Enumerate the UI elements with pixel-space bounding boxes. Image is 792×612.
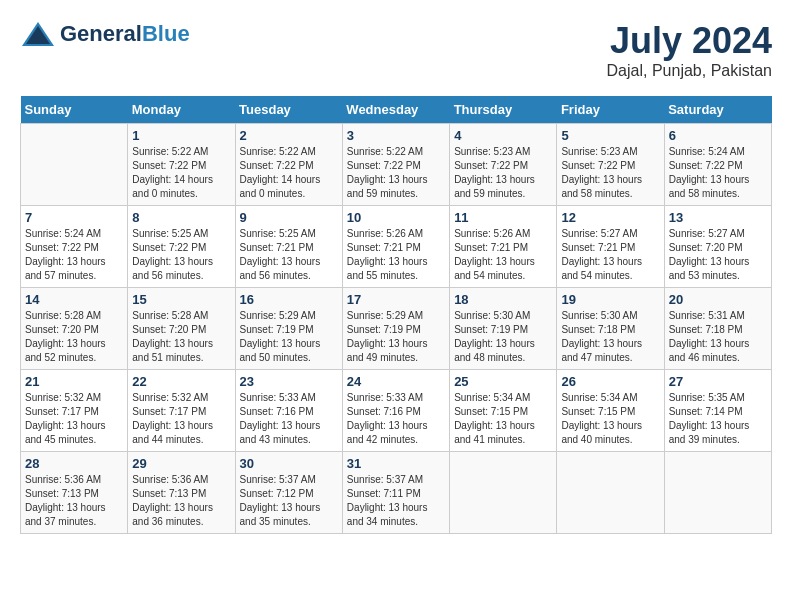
calendar-cell: 10Sunrise: 5:26 AM Sunset: 7:21 PM Dayli… (342, 206, 449, 288)
calendar-cell: 3Sunrise: 5:22 AM Sunset: 7:22 PM Daylig… (342, 124, 449, 206)
calendar-cell: 30Sunrise: 5:37 AM Sunset: 7:12 PM Dayli… (235, 452, 342, 534)
calendar-cell: 2Sunrise: 5:22 AM Sunset: 7:22 PM Daylig… (235, 124, 342, 206)
calendar-cell: 24Sunrise: 5:33 AM Sunset: 7:16 PM Dayli… (342, 370, 449, 452)
day-info: Sunrise: 5:30 AM Sunset: 7:18 PM Dayligh… (561, 309, 659, 365)
day-number: 9 (240, 210, 338, 225)
calendar-cell: 23Sunrise: 5:33 AM Sunset: 7:16 PM Dayli… (235, 370, 342, 452)
day-number: 26 (561, 374, 659, 389)
day-number: 5 (561, 128, 659, 143)
week-row-4: 21Sunrise: 5:32 AM Sunset: 7:17 PM Dayli… (21, 370, 772, 452)
logo-text: GeneralBlue (60, 22, 190, 46)
weekday-header-sunday: Sunday (21, 96, 128, 124)
day-info: Sunrise: 5:29 AM Sunset: 7:19 PM Dayligh… (347, 309, 445, 365)
day-info: Sunrise: 5:37 AM Sunset: 7:12 PM Dayligh… (240, 473, 338, 529)
calendar-cell: 5Sunrise: 5:23 AM Sunset: 7:22 PM Daylig… (557, 124, 664, 206)
week-row-3: 14Sunrise: 5:28 AM Sunset: 7:20 PM Dayli… (21, 288, 772, 370)
weekday-header-thursday: Thursday (450, 96, 557, 124)
day-number: 7 (25, 210, 123, 225)
day-info: Sunrise: 5:22 AM Sunset: 7:22 PM Dayligh… (347, 145, 445, 201)
day-info: Sunrise: 5:24 AM Sunset: 7:22 PM Dayligh… (669, 145, 767, 201)
day-number: 12 (561, 210, 659, 225)
day-number: 21 (25, 374, 123, 389)
calendar-cell: 29Sunrise: 5:36 AM Sunset: 7:13 PM Dayli… (128, 452, 235, 534)
day-number: 2 (240, 128, 338, 143)
day-number: 1 (132, 128, 230, 143)
page-header: GeneralBlue July 2024 Dajal, Punjab, Pak… (20, 20, 772, 80)
day-number: 22 (132, 374, 230, 389)
calendar-cell: 27Sunrise: 5:35 AM Sunset: 7:14 PM Dayli… (664, 370, 771, 452)
day-info: Sunrise: 5:28 AM Sunset: 7:20 PM Dayligh… (132, 309, 230, 365)
day-number: 15 (132, 292, 230, 307)
logo: GeneralBlue (20, 20, 190, 48)
calendar-cell: 20Sunrise: 5:31 AM Sunset: 7:18 PM Dayli… (664, 288, 771, 370)
day-number: 6 (669, 128, 767, 143)
day-number: 19 (561, 292, 659, 307)
week-row-2: 7Sunrise: 5:24 AM Sunset: 7:22 PM Daylig… (21, 206, 772, 288)
day-info: Sunrise: 5:22 AM Sunset: 7:22 PM Dayligh… (240, 145, 338, 201)
day-info: Sunrise: 5:27 AM Sunset: 7:20 PM Dayligh… (669, 227, 767, 283)
day-info: Sunrise: 5:30 AM Sunset: 7:19 PM Dayligh… (454, 309, 552, 365)
weekday-header-row: SundayMondayTuesdayWednesdayThursdayFrid… (21, 96, 772, 124)
day-number: 17 (347, 292, 445, 307)
day-number: 23 (240, 374, 338, 389)
calendar-cell (21, 124, 128, 206)
calendar-cell: 17Sunrise: 5:29 AM Sunset: 7:19 PM Dayli… (342, 288, 449, 370)
calendar-cell: 7Sunrise: 5:24 AM Sunset: 7:22 PM Daylig… (21, 206, 128, 288)
day-number: 8 (132, 210, 230, 225)
day-info: Sunrise: 5:23 AM Sunset: 7:22 PM Dayligh… (561, 145, 659, 201)
calendar-cell: 13Sunrise: 5:27 AM Sunset: 7:20 PM Dayli… (664, 206, 771, 288)
weekday-header-tuesday: Tuesday (235, 96, 342, 124)
logo-icon (20, 20, 56, 48)
day-number: 11 (454, 210, 552, 225)
calendar-cell: 15Sunrise: 5:28 AM Sunset: 7:20 PM Dayli… (128, 288, 235, 370)
calendar-cell: 11Sunrise: 5:26 AM Sunset: 7:21 PM Dayli… (450, 206, 557, 288)
logo-general: General (60, 21, 142, 46)
location: Dajal, Punjab, Pakistan (607, 62, 772, 80)
calendar-cell: 1Sunrise: 5:22 AM Sunset: 7:22 PM Daylig… (128, 124, 235, 206)
day-info: Sunrise: 5:25 AM Sunset: 7:22 PM Dayligh… (132, 227, 230, 283)
day-number: 30 (240, 456, 338, 471)
day-info: Sunrise: 5:33 AM Sunset: 7:16 PM Dayligh… (347, 391, 445, 447)
calendar-cell: 9Sunrise: 5:25 AM Sunset: 7:21 PM Daylig… (235, 206, 342, 288)
weekday-header-monday: Monday (128, 96, 235, 124)
day-info: Sunrise: 5:25 AM Sunset: 7:21 PM Dayligh… (240, 227, 338, 283)
day-info: Sunrise: 5:24 AM Sunset: 7:22 PM Dayligh… (25, 227, 123, 283)
calendar-cell: 4Sunrise: 5:23 AM Sunset: 7:22 PM Daylig… (450, 124, 557, 206)
day-info: Sunrise: 5:28 AM Sunset: 7:20 PM Dayligh… (25, 309, 123, 365)
weekday-header-wednesday: Wednesday (342, 96, 449, 124)
day-number: 31 (347, 456, 445, 471)
calendar-cell: 31Sunrise: 5:37 AM Sunset: 7:11 PM Dayli… (342, 452, 449, 534)
day-info: Sunrise: 5:27 AM Sunset: 7:21 PM Dayligh… (561, 227, 659, 283)
day-number: 29 (132, 456, 230, 471)
day-number: 13 (669, 210, 767, 225)
day-info: Sunrise: 5:35 AM Sunset: 7:14 PM Dayligh… (669, 391, 767, 447)
day-number: 18 (454, 292, 552, 307)
day-number: 10 (347, 210, 445, 225)
day-info: Sunrise: 5:37 AM Sunset: 7:11 PM Dayligh… (347, 473, 445, 529)
day-info: Sunrise: 5:34 AM Sunset: 7:15 PM Dayligh… (561, 391, 659, 447)
day-number: 14 (25, 292, 123, 307)
day-number: 16 (240, 292, 338, 307)
day-number: 28 (25, 456, 123, 471)
day-number: 20 (669, 292, 767, 307)
day-number: 27 (669, 374, 767, 389)
day-info: Sunrise: 5:29 AM Sunset: 7:19 PM Dayligh… (240, 309, 338, 365)
day-info: Sunrise: 5:32 AM Sunset: 7:17 PM Dayligh… (25, 391, 123, 447)
day-info: Sunrise: 5:33 AM Sunset: 7:16 PM Dayligh… (240, 391, 338, 447)
calendar-cell: 14Sunrise: 5:28 AM Sunset: 7:20 PM Dayli… (21, 288, 128, 370)
calendar-cell: 25Sunrise: 5:34 AM Sunset: 7:15 PM Dayli… (450, 370, 557, 452)
day-number: 4 (454, 128, 552, 143)
day-info: Sunrise: 5:31 AM Sunset: 7:18 PM Dayligh… (669, 309, 767, 365)
calendar-cell: 16Sunrise: 5:29 AM Sunset: 7:19 PM Dayli… (235, 288, 342, 370)
day-number: 25 (454, 374, 552, 389)
day-info: Sunrise: 5:32 AM Sunset: 7:17 PM Dayligh… (132, 391, 230, 447)
week-row-1: 1Sunrise: 5:22 AM Sunset: 7:22 PM Daylig… (21, 124, 772, 206)
day-info: Sunrise: 5:26 AM Sunset: 7:21 PM Dayligh… (454, 227, 552, 283)
calendar-cell: 26Sunrise: 5:34 AM Sunset: 7:15 PM Dayli… (557, 370, 664, 452)
day-number: 3 (347, 128, 445, 143)
day-info: Sunrise: 5:36 AM Sunset: 7:13 PM Dayligh… (25, 473, 123, 529)
calendar-cell: 12Sunrise: 5:27 AM Sunset: 7:21 PM Dayli… (557, 206, 664, 288)
title-block: July 2024 Dajal, Punjab, Pakistan (607, 20, 772, 80)
calendar-cell: 21Sunrise: 5:32 AM Sunset: 7:17 PM Dayli… (21, 370, 128, 452)
day-info: Sunrise: 5:26 AM Sunset: 7:21 PM Dayligh… (347, 227, 445, 283)
